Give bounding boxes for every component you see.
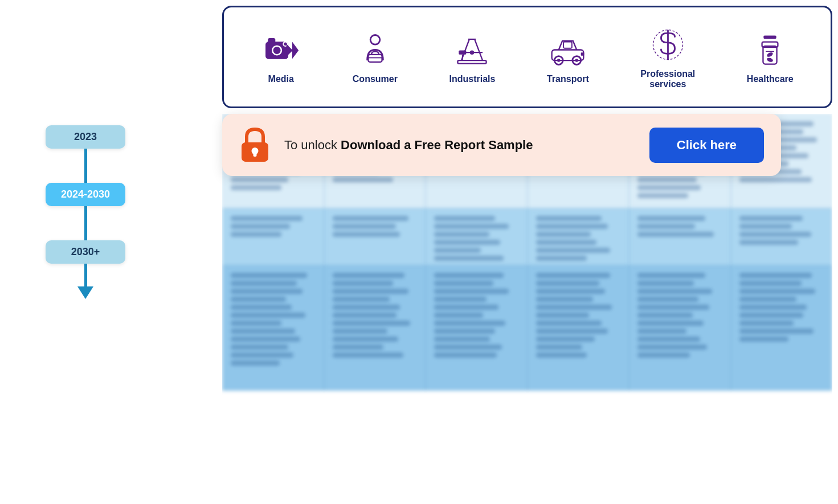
svg-marker-6: [287, 44, 293, 56]
svg-point-28: [766, 51, 774, 58]
category-media[interactable]: Media: [261, 30, 301, 84]
unlock-overlay: To unlock Download a Free Report Sample …: [222, 114, 781, 176]
category-transport[interactable]: Transport: [547, 30, 589, 84]
timeline-node-2030plus[interactable]: 2030+: [46, 240, 125, 264]
timeline-connector: [84, 149, 87, 183]
svg-rect-18: [552, 50, 584, 60]
cell: [528, 208, 629, 265]
industrials-label: Industrials: [449, 74, 495, 84]
svg-rect-31: [764, 35, 776, 39]
timeline-connector: [84, 264, 87, 286]
cell: [629, 265, 731, 391]
unlock-text: To unlock Download a Free Report Sample: [284, 138, 636, 153]
healthcare-label: Healthcare: [747, 74, 794, 84]
cell: [222, 208, 324, 265]
svg-rect-8: [368, 54, 382, 62]
svg-rect-34: [254, 151, 257, 157]
svg-point-29: [766, 57, 774, 63]
lock-icon-wrap: [239, 126, 271, 163]
transport-icon: [548, 30, 588, 69]
timeline-node-2023[interactable]: 2023: [46, 125, 125, 149]
timeline: 2023 2024-2030 2030+: [46, 125, 125, 299]
svg-rect-19: [563, 42, 572, 48]
category-industrials[interactable]: Industrials: [449, 30, 495, 84]
svg-rect-24: [581, 52, 584, 56]
media-icon: [261, 30, 301, 69]
table-row: [222, 265, 832, 391]
table-row: [222, 208, 832, 265]
cell: [426, 265, 528, 391]
transport-label: Transport: [547, 74, 589, 84]
svg-point-7: [370, 35, 380, 44]
svg-marker-5: [292, 42, 299, 59]
click-here-button[interactable]: Click here: [649, 128, 764, 163]
timeline-end-arrow: [77, 286, 93, 299]
healthcare-icon: [750, 30, 790, 69]
svg-point-21: [557, 59, 561, 62]
category-healthcare[interactable]: Healthcare: [747, 30, 794, 84]
svg-rect-10: [458, 60, 487, 64]
svg-rect-16: [459, 50, 467, 54]
consumer-label: Consumer: [353, 74, 398, 84]
cell: [324, 208, 426, 265]
cell: [528, 265, 629, 391]
svg-line-12: [475, 39, 483, 60]
professional-services-label: Professionalservices: [640, 69, 695, 89]
cell: [731, 265, 833, 391]
svg-point-23: [575, 59, 579, 62]
professional-services-icon: [648, 24, 688, 64]
cell: [629, 208, 731, 265]
svg-point-2: [273, 46, 280, 54]
industrials-icon: [452, 30, 492, 69]
consumer-icon: [355, 30, 395, 69]
svg-rect-3: [268, 38, 275, 43]
cell: [222, 265, 324, 391]
svg-point-15: [470, 50, 474, 54]
cell: [731, 208, 833, 265]
category-professional-services[interactable]: Professionalservices: [640, 24, 695, 89]
category-consumer[interactable]: Consumer: [353, 30, 398, 84]
category-bar: Media Consumer: [222, 6, 832, 108]
timeline-connector: [84, 206, 87, 240]
media-label: Media: [268, 74, 294, 84]
lock-icon: [239, 126, 271, 163]
timeline-node-2024-2030[interactable]: 2024-2030: [46, 183, 125, 206]
cell: [324, 265, 426, 391]
cell: [426, 208, 528, 265]
